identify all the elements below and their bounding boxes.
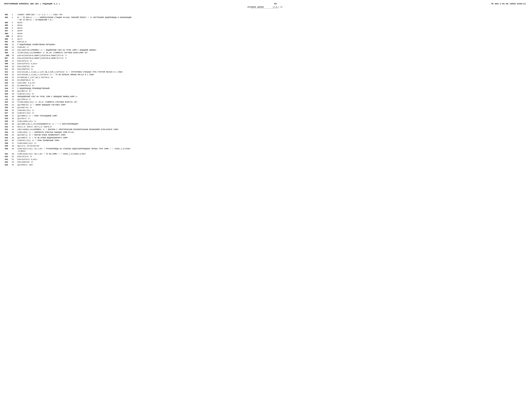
row-num2: 5 — [11, 27, 17, 30]
row-num2: 43 — [11, 131, 17, 134]
row-content: Ц12=807=11/ 4• — [17, 106, 526, 109]
table-row: 52837Ц12=800=1/ 1/ / КРАН ТРЕХХОДОВОЙ 15… — [4, 115, 526, 117]
row-content: Ц12=Р00=23/ 1/ / ЛИНИЯ ОБВОДНАЯ СЧЕТЧИКА… — [17, 104, 526, 107]
table-row: 54453Е16=220#Т22/ 3• — [4, 161, 526, 164]
table-row: 51827Р ВОДОПРОВОДА ПРОИЗВОДСТВЕННЫЙ• — [4, 87, 526, 90]
section-underline: ******************** — [4, 8, 526, 10]
table-row: 53443С159=1391/ 1/ / КОМПЛЕКТЫ ОТВЕТНЫХ … — [4, 131, 526, 134]
row-num2: 17 — [11, 60, 17, 63]
table-row: 54049С130=1537(=13)/ 15,1,03/ / ТРУБОПРО… — [4, 148, 526, 153]
row-num1: 540 — [4, 148, 11, 153]
row-num2: 7 — [11, 32, 17, 35]
row-content: Ц12=800=1(А3,1,25)#УКАЗАНИEП2=8/ 1/ / • … — [17, 123, 526, 126]
row-num2: 44 — [11, 134, 17, 137]
row-content: Е16=219#Т22/ 14• — [17, 65, 526, 68]
table-row: 53847С130=1943(=13)/ 2• — [4, 142, 526, 145]
row-num2: 4 — [11, 24, 17, 27]
row-num1: 500 — [4, 38, 11, 41]
row-num1: 525 — [4, 106, 11, 109]
table-row: 52736С130=87(=13)/ 3• — [4, 112, 526, 115]
row-num1: .506 — [4, 54, 11, 57]
table-row: 52332СТ130=2335(=13)/ 1/ 48,8/ СТОИМОСТЬ… — [4, 101, 526, 104]
row-num2: 23 — [11, 76, 17, 79]
data-table: 4921319065/ Н8М1Г1В1/ / 1/ 1,1/ / / / 41… — [4, 14, 526, 167]
row-num2: 54 — [11, 164, 17, 167]
row-content: Е16=220#Т22/ 3• — [17, 68, 526, 71]
row-content: Ц12=Р58=1/ 103• — [17, 164, 526, 167]
table-row: 52433Ц12=Р00=23/ 1/ / ЛИНИЯ ОБВОДНАЯ СЧЕ… — [4, 104, 526, 107]
table-row: 53645Ц12=809=1/ 2/ / ТО ЖЕ,КРАНА ВОДОРАЗ… — [4, 137, 526, 140]
table-row: 51928Ц12=807=1/ 5•' — [4, 90, 526, 93]
row-num2: 28 — [11, 90, 17, 93]
row-num1: 531 — [4, 123, 11, 126]
row-content: Е16=41(Р10726=0,00007)(Р10726=0,00007)#Т… — [17, 54, 526, 57]
row-content: Е13=153(А5,1,2)(А1,2,2)#Т18=6/ 2/ / ТО Ж… — [17, 73, 526, 76]
row-num2: 1 — [11, 14, 17, 16]
row-num1: 493 — [4, 16, 11, 22]
row-num1: 543 — [4, 158, 11, 161]
table-row: 51524Е1=999#Т86=2/ 6• — [4, 79, 526, 82]
row-num2: 52 — [11, 158, 17, 161]
row-num1: 508 — [4, 60, 11, 63]
row-num2: 41 — [11, 126, 17, 128]
table-row: 50817Е16=2#Т1=2/ 3• — [4, 60, 526, 63]
row-content: СТ130=2334(=21)#ПРИМЕН/ 1/ 46,10/ СТОИМО… — [17, 52, 526, 54]
row-num2: 49 — [11, 148, 17, 153]
row-num1: 534 — [4, 131, 11, 134]
row-num1: 507 — [4, 57, 11, 60]
row-num2: 39 — [11, 120, 17, 123]
row-num2: 19 — [11, 65, 17, 68]
row-num1: 504 — [4, 49, 11, 52]
row-content: 319065/ Н8М1Г1В1/ / 1/ 1,1/ / / / 41В1/ … — [17, 14, 526, 16]
row-content: С130=87(=13)/ 2/ / КРАН ПОЛИВОЧНЫЙ 25ММ• — [17, 139, 526, 142]
row-num1: 497 — [4, 30, 11, 32]
header-top: ПРОГРАММНЫЙ КОМПЛЕКС АВС-ЭЕС ( РЕДАКЦИЯ … — [4, 3, 526, 5]
row-num1: 496 — [4, 27, 11, 30]
table-row: 52534Ц12=807=11/ 4• — [4, 106, 526, 109]
table-row: 51019Е16=219#Т22/ 14• — [4, 65, 526, 68]
row-num2: 25 — [11, 82, 17, 85]
row-num1: 533 — [4, 128, 11, 131]
row-num2: 27 — [11, 87, 17, 90]
table-row: 54251Е16=2#Т1=2/ 3• — [4, 155, 526, 158]
row-num1: >22 — [4, 98, 11, 101]
row-num1: 519 — [4, 90, 11, 93]
table-row: 53544Ц12=807=1/ 2/ / МОНТАЖ КРАНА ПОЛИВО… — [4, 134, 526, 137]
row-num2: 51 — [11, 155, 17, 158]
row-num2: 34 — [11, 106, 17, 109]
row-num2: 20 — [11, 68, 17, 71]
row-num1: 528 — [4, 115, 11, 117]
table-row: 51322Е13=153(А5,1,2)(А1,2,2)#Т18=6/ 2/ /… — [4, 73, 526, 76]
row-num2: 42 — [11, 128, 17, 131]
row-num1: 535 — [4, 134, 11, 137]
row-num1: 524 — [4, 104, 11, 107]
row-content: С130=1949(=13)/ 1• — [17, 120, 526, 123]
row-content: ПИРОДОМЕРНЫЙ УЗЕЛ НА ТРУБЕ 25ММ С ОБВОДН… — [17, 96, 526, 98]
row-content: 2307=10396(=14)#ПРИМЕН/ 1/ / ВЕНТИЛЬ С Э… — [17, 128, 526, 131]
table-row: 52635С130=85(=13)/ 1• — [4, 109, 526, 112]
row-num2: 12 — [11, 46, 17, 49]
row-num2: 22 — [11, 73, 17, 76]
row-num2: 46 — [11, 139, 17, 142]
row-num1: 521 — [4, 96, 11, 98]
row-num2: 13 — [11, 49, 17, 52]
row-num1: 512 — [4, 71, 11, 74]
row-num1: 511 — [4, 68, 11, 71]
row-content: Е16=2#Т1=2/ 3• — [17, 155, 526, 158]
table-row: 5009А2=Т• — [4, 38, 526, 41]
row-content: А2=Б• — [17, 22, 526, 24]
row-num1: 526 — [4, 109, 11, 112]
row-num1: 502 — [4, 43, 11, 46]
table-row: 51423Е1=956(А5,1,1)#Т,4Ш,3,73#Т78=1/ 6• — [4, 76, 526, 79]
row-content: Е16=2#Т1=2/ 3• — [17, 60, 526, 63]
row-content: С130=87(=13)/ 3• — [17, 112, 526, 115]
row-content: А4=А• — [17, 27, 526, 30]
table-row: >2231Ц11=155=4/ 1• — [4, 98, 526, 101]
row-content: Е16=21#Т3=2/ 0,011• — [17, 158, 526, 161]
table-row: 4987А4=М• — [4, 32, 526, 35]
row-num1: .499 — [4, 35, 11, 38]
row-num1: 514 — [4, 76, 11, 79]
row-num1: 518 — [4, 87, 11, 90]
row-num2: 15 — [11, 54, 17, 57]
row-content: А2=Т• — [17, 38, 526, 41]
